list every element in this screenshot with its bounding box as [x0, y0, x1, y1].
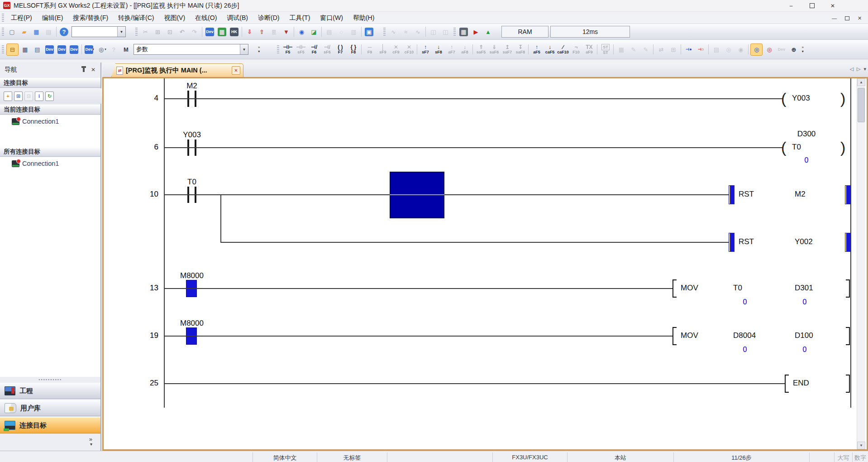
print-button[interactable]: ▤ [43, 26, 54, 38]
ladder-symbol-f9-button[interactable]: ─F9 [363, 42, 376, 57]
menu-item-c[interactable]: 转换/编译(C) [113, 12, 159, 23]
navigation-window-button[interactable]: ⊟ [6, 43, 19, 56]
menu-item-f[interactable]: 搜索/替换(F) [68, 12, 113, 23]
paste-button[interactable]: ⊡ [164, 26, 176, 38]
ladder-symbol-sf5-button[interactable]: ⊣⊢sF5 [294, 42, 307, 57]
change-instruction-button[interactable]: ⊞ [668, 44, 679, 55]
menu-item-b[interactable]: 调试(B) [222, 12, 253, 23]
ladder-symbol-f8-button[interactable]: { }F8 [347, 42, 360, 57]
device-memory-list-button[interactable]: Dev [56, 44, 67, 55]
cut-button[interactable]: ✂ [140, 26, 151, 38]
menu-item-e[interactable]: 编辑(E) [37, 12, 68, 23]
menu-item-d[interactable]: 诊断(D) [253, 12, 284, 23]
edit-statement-button[interactable]: ✎ [640, 44, 651, 55]
copy-button[interactable]: ⊞ [152, 26, 163, 38]
child-restore-button[interactable] [841, 13, 853, 23]
change-contact-coil-button[interactable]: ⇄ [655, 44, 667, 55]
open-project-button[interactable]: ▰ [19, 26, 30, 38]
device-comment-display-button[interactable]: Dev [204, 26, 215, 38]
zoom-button[interactable]: ⊕ [788, 44, 799, 55]
ladder-symbol-sf9-button[interactable]: │sF9 [376, 42, 389, 57]
tab-scroll-right-icon[interactable]: ▷ [857, 66, 860, 72]
remote-operation-button[interactable]: ▼ [281, 26, 292, 38]
edit-ladder-block-button[interactable]: ▦ [615, 44, 627, 55]
ladder-symbol-af7-button[interactable]: ↑aF7 [445, 42, 458, 57]
paste-connection-button[interactable]: ⊡ [24, 91, 33, 101]
ladder-symbol-f6-button[interactable]: ⊣/F6 [307, 42, 320, 57]
menu-item-o[interactable]: 在线(O) [190, 12, 222, 23]
ladder-symbol-af8-button[interactable]: ↓aF8 [458, 42, 471, 57]
connection-item[interactable]: Connection1 [0, 157, 100, 170]
view-switch-connection-button[interactable]: 连接目标 [0, 417, 100, 433]
vertical-scrollbar[interactable]: ▲ ▼ [857, 78, 865, 449]
menu-item-w[interactable]: 窗口(W) [315, 12, 348, 23]
ladder-symbol-af9-button[interactable]: TXaF9 [582, 42, 596, 57]
display-screen-button[interactable]: ▣ [363, 26, 375, 38]
new-project-button[interactable]: ▢ [6, 26, 18, 38]
intelligent-module-button[interactable]: ▦ [458, 26, 469, 38]
rst-open-bracket-energized[interactable] [729, 233, 734, 252]
instruction-open-bracket[interactable] [672, 327, 677, 345]
pin-icon[interactable] [80, 66, 89, 74]
toolbar-overflow-icon[interactable]: »▾ [801, 45, 803, 53]
ladder-symbol-saf5-button[interactable]: ⇑saF5 [474, 42, 487, 57]
close-panel-button[interactable]: ✕ [89, 66, 98, 74]
print-preview-button[interactable]: ▥ [348, 26, 359, 38]
panel-splitter-handle[interactable]: ▪▪▪▪▪▪▪▪▪▪ [0, 377, 100, 382]
new-connection-button[interactable]: + [4, 91, 12, 101]
ladder-symbol-f5-button[interactable]: ⊣⊢F5 [281, 42, 294, 57]
output-window-button[interactable]: ▤ [32, 44, 43, 55]
child-close-button[interactable]: ✕ [854, 13, 865, 23]
close-button[interactable]: ✕ [822, 0, 843, 11]
combo-dropdown-icon[interactable]: ▼ [240, 44, 248, 54]
parameter-combo[interactable]: 参数▼ [134, 44, 248, 55]
monitor-mode-button[interactable]: ◎ [750, 43, 763, 56]
coil-symbol[interactable]: ( [781, 138, 786, 157]
logging-trace-3-button[interactable]: ∿ [412, 26, 424, 38]
save-project-button[interactable]: ▦ [31, 26, 42, 38]
ladder-symbol-f10-button[interactable]: ¬F10 [569, 42, 582, 57]
ladder-symbol-saf7-button[interactable]: ↥saF7 [501, 42, 514, 57]
undo-button[interactable]: ↶ [176, 26, 188, 38]
maximize-button[interactable] [801, 0, 822, 11]
help-button[interactable]: ? [58, 26, 70, 38]
monitor-start-button[interactable]: ◉ [296, 26, 307, 38]
minimize-button[interactable]: – [781, 0, 801, 11]
device-test-off-button[interactable]: ⊣○ [695, 44, 706, 55]
copy-connection-button[interactable]: ⊞ [14, 91, 23, 101]
instruction-open-bracket[interactable] [672, 279, 677, 298]
device-batch-button[interactable]: Dev [776, 44, 787, 55]
program-check-ok-button[interactable]: ▲ [482, 26, 494, 38]
read-from-plc-button[interactable]: ⇧ [256, 26, 267, 38]
ladder-symbol-sf7-button[interactable]: ↑sF7 [419, 42, 432, 57]
monitor-stop-button[interactable]: ◪ [308, 26, 320, 38]
ladder-symbol-saf6-button[interactable]: ⇓saF6 [487, 42, 501, 57]
find-next-button[interactable]: ◉ [735, 44, 746, 55]
ladder-symbol-sf8-button[interactable]: ↓sF8 [432, 42, 445, 57]
child-minimize-button[interactable]: ― [829, 13, 840, 23]
monitor-write-mode-button[interactable]: ◎ [763, 44, 775, 55]
program-run-button[interactable]: ▶ [470, 26, 482, 38]
statement-list-button[interactable]: ▤ [711, 44, 722, 55]
ladder-symbol-f7-button[interactable]: ( )F7 [334, 42, 347, 57]
device-reference-button[interactable]: Dev [68, 44, 80, 55]
ladder-symbol-cf9-button[interactable]: ✕cF9 [389, 42, 402, 57]
plc-verify-button[interactable]: ≣ [268, 26, 280, 38]
ladder-symbol-st-button[interactable]: STST [599, 42, 612, 57]
combo-dropdown-icon[interactable]: ▼ [117, 27, 125, 37]
device-test-button[interactable]: HK [229, 26, 240, 38]
verify-result-button[interactable]: ▤ [324, 26, 335, 38]
local-help-button[interactable]: ? [108, 44, 119, 55]
function-block-window-button[interactable]: ▦ [19, 44, 31, 55]
redo-button[interactable]: ↷ [189, 26, 200, 38]
ladder-symbol-saf8-button[interactable]: ↧saF8 [514, 42, 527, 57]
connection-item[interactable]: Connection1 [0, 115, 100, 128]
find-contact-coil-button[interactable]: ◎ [723, 44, 734, 55]
ladder-symbol-caf10-button[interactable]: ∕caF10 [556, 42, 569, 57]
view-switch-project-button[interactable]: 工程 [0, 383, 100, 399]
menu-item-h[interactable]: 帮助(H) [348, 12, 379, 23]
sampling-trace-1-button[interactable]: ◫ [428, 26, 439, 38]
write-to-plc-button[interactable]: ⇩ [244, 26, 255, 38]
program-check-button[interactable]: ◌ [336, 26, 347, 38]
tab-main-program[interactable]: ⇄ [PRG]监视 执行中 MAIN (... ✕ [111, 63, 243, 77]
